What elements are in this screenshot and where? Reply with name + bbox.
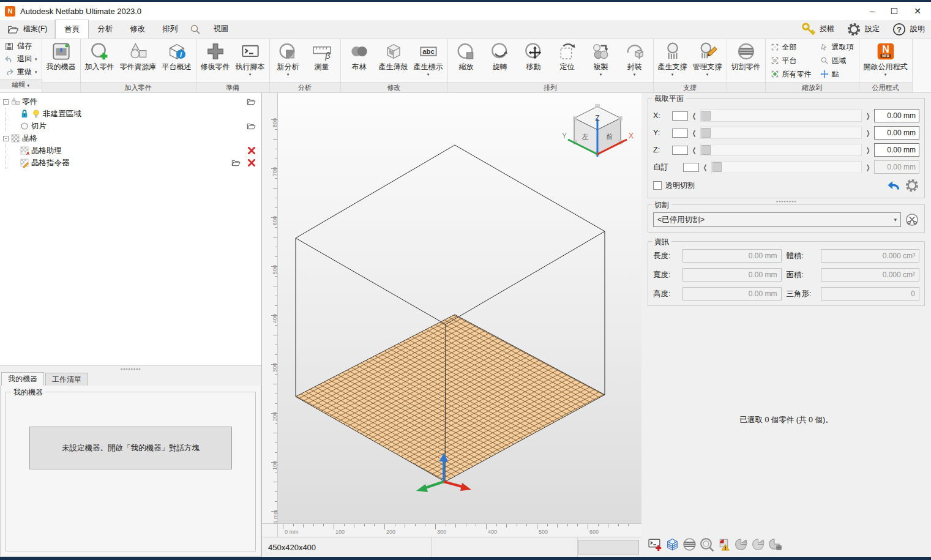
ribbon-button-measure[interactable]: β測量: [305, 40, 338, 81]
ribbon-button-move[interactable]: 移動: [517, 40, 550, 81]
part-save-icon[interactable]: [768, 537, 783, 552]
machine-message-box[interactable]: 未設定機器。開啟「我的機器」對話方塊: [29, 427, 232, 469]
tree-item-3[interactable]: -晶格: [1, 132, 260, 144]
ribbon-button-part-library[interactable]: 零件資源庫: [118, 40, 159, 81]
slider-increment-arrow[interactable]: ❭: [865, 163, 871, 171]
clip-plane-value[interactable]: 0.00 mm: [874, 126, 919, 140]
ribbon-button-pack[interactable]: 封裝▾: [618, 40, 651, 81]
dropdown-arrow-icon[interactable]: ▾: [35, 57, 37, 62]
viewport-canvas[interactable]: Z Y X 左 前: [278, 93, 641, 523]
ribbon-button-zoom-platform[interactable]: 平台: [771, 54, 812, 67]
ribbon-button-shell[interactable]: 產生薄殼: [376, 40, 411, 81]
ribbon-button-slice[interactable]: 切割零件: [729, 40, 763, 81]
script-add-icon[interactable]: [648, 537, 663, 552]
menubar-action-gear[interactable]: 設定: [840, 20, 886, 39]
slider-thumb[interactable]: [701, 128, 711, 138]
ribbon-button-platform-info[interactable]: i平台概述: [160, 40, 194, 81]
dropdown-arrow-icon[interactable]: ▾: [884, 73, 887, 77]
tree-item-2[interactable]: 切片: [1, 120, 260, 132]
lattice-blue-icon[interactable]: [665, 537, 680, 552]
red-x-icon[interactable]: [247, 146, 256, 155]
dropdown-arrow-icon[interactable]: ▾: [671, 73, 674, 77]
dropdown-arrow-icon[interactable]: ▾: [600, 73, 602, 77]
ribbon-button-boolean[interactable]: 布林: [343, 40, 376, 81]
ribbon-button-undo[interactable]: 退回▾: [2, 53, 39, 65]
slider-decrement-arrow[interactable]: ❬: [691, 146, 697, 154]
ribbon-button-add-part[interactable]: 加入零件: [83, 40, 117, 81]
slider-thumb[interactable]: [712, 162, 722, 172]
ribbon-button-repair[interactable]: 修復零件: [198, 40, 233, 81]
clipping-settings-gear-icon[interactable]: [905, 178, 919, 193]
folder-open-icon[interactable]: [247, 97, 256, 106]
clip-plane-slider[interactable]: [711, 161, 862, 173]
clip-plane-checkbox[interactable]: [672, 146, 688, 155]
folder-open-icon[interactable]: [247, 121, 256, 131]
red-x-icon[interactable]: [247, 158, 256, 168]
tab-1[interactable]: 分析: [89, 20, 121, 39]
slider-increment-arrow[interactable]: ❭: [865, 129, 871, 137]
ribbon-button-machine[interactable]: 我的機器: [44, 40, 78, 81]
ribbon-button-netfabb[interactable]: NNFB開啟公用程式▾: [861, 40, 910, 81]
folder-open-icon[interactable]: [231, 158, 241, 168]
ribbon-button-zoom-region[interactable]: 區域: [820, 54, 854, 67]
clip-plane-checkbox[interactable]: [672, 129, 688, 138]
slice-icon[interactable]: [682, 537, 697, 552]
clip-plane-value[interactable]: 0.00 mm: [874, 143, 919, 157]
maximize-button[interactable]: ☐: [891, 6, 899, 16]
new-cut-scissors-icon[interactable]: [905, 212, 919, 227]
tab-home[interactable]: 首頁: [55, 20, 89, 39]
close-button[interactable]: ✕: [914, 6, 921, 16]
part-curve-icon[interactable]: [733, 537, 749, 552]
slider-decrement-arrow[interactable]: ❬: [691, 129, 697, 137]
dropdown-arrow-icon[interactable]: ▾: [634, 73, 636, 77]
ribbon-button-zoom-point[interactable]: 點: [820, 67, 854, 81]
slider-decrement-arrow[interactable]: ❬: [702, 163, 708, 171]
slider-thumb[interactable]: [701, 145, 711, 155]
clip-plane-checkbox[interactable]: [672, 111, 688, 121]
cuts-dropdown[interactable]: <已停用切割> ▾: [653, 212, 901, 227]
left-splitter[interactable]: ▪▪▪▪▪▪▪▪: [0, 366, 261, 372]
minimize-button[interactable]: –: [870, 6, 875, 16]
tree-expander-icon[interactable]: -: [3, 99, 9, 105]
ribbon-button-duplicate[interactable]: 複製▾: [585, 40, 618, 81]
right-splitter[interactable]: ▪▪▪▪▪▪▪▪: [648, 198, 925, 204]
navigation-cube[interactable]: Z Y X 左 前: [559, 100, 635, 166]
dropdown-arrow-icon[interactable]: ▾: [287, 73, 290, 77]
tab-2[interactable]: 修改: [121, 20, 154, 39]
magnifier2-icon[interactable]: [699, 537, 714, 552]
tree-item-5[interactable]: 晶格指令器: [1, 157, 260, 169]
ribbon-button-manage-support[interactable]: 管理支撐▾: [690, 40, 725, 81]
clip-plane-slider[interactable]: [700, 144, 862, 156]
tab-3[interactable]: 排列: [154, 20, 186, 39]
file-menu-button[interactable]: 檔案(F): [0, 20, 55, 39]
clip-plane-checkbox[interactable]: [683, 163, 699, 172]
ribbon-button-script[interactable]: 執行腳本▾: [233, 40, 267, 81]
ribbon-button-zoom-selection[interactable]: 選取項: [820, 40, 854, 54]
menubar-action-key[interactable]: 授權: [795, 20, 840, 39]
tree-item-4[interactable]: A晶格助理: [1, 144, 260, 157]
slider-decrement-arrow[interactable]: ❬: [691, 112, 697, 120]
ribbon-button-zoom-parts[interactable]: 所有零件: [771, 67, 812, 81]
ribbon-button-abc[interactable]: abc產生標示▾: [411, 40, 446, 81]
ribbon-button-analysis[interactable]: 新分析▾: [272, 40, 305, 81]
reset-clipping-icon[interactable]: [886, 178, 901, 193]
ribbon-button-redo[interactable]: 重做▾: [2, 65, 39, 78]
slider-increment-arrow[interactable]: ❭: [865, 146, 871, 154]
clip-plane-value[interactable]: 0.00 mm: [874, 160, 919, 174]
dropdown-arrow-icon[interactable]: ▾: [249, 73, 252, 77]
dropdown-arrow-icon[interactable]: ▾: [35, 70, 37, 75]
tree-item-0[interactable]: -零件: [1, 95, 260, 108]
ribbon-button-rotate[interactable]: 旋轉: [484, 40, 517, 81]
transparent-cut-checkbox[interactable]: [653, 181, 662, 190]
menubar-action-help[interactable]: ?說明: [886, 20, 931, 39]
tree-expander-icon[interactable]: -: [3, 136, 9, 141]
clip-plane-value[interactable]: 0.00 mm: [874, 109, 919, 122]
slider-thumb[interactable]: [701, 111, 711, 121]
dropdown-arrow-icon[interactable]: ▾: [427, 73, 430, 77]
part-warning-icon[interactable]: [716, 537, 731, 552]
tab-4[interactable]: 視圖: [204, 20, 237, 39]
machine-tab-0[interactable]: 我的機器: [1, 372, 44, 386]
ribbon-button-save[interactable]: 儲存: [2, 40, 39, 53]
clip-plane-slider[interactable]: [700, 110, 862, 122]
ribbon-button-position[interactable]: 定位: [551, 40, 584, 81]
